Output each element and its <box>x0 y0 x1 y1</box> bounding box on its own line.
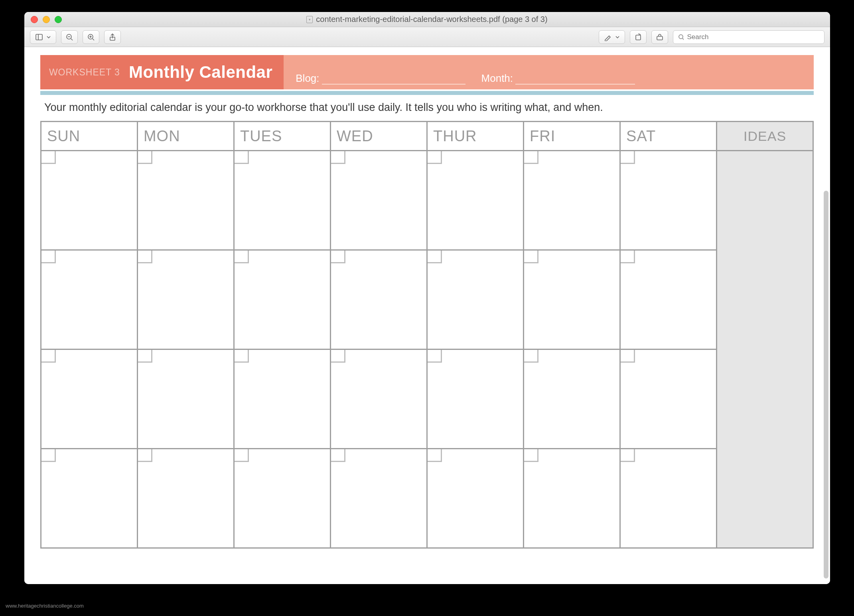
date-box <box>331 151 345 164</box>
calendar-day-cell <box>138 449 233 547</box>
date-box <box>428 151 442 164</box>
zoom-out-button[interactable] <box>61 30 78 44</box>
calendar-day-cell <box>524 350 619 448</box>
svg-line-3 <box>71 39 73 40</box>
date-box <box>524 151 538 164</box>
banner-left: WORKSHEET 3 Monthly Calendar <box>40 55 284 89</box>
minimize-window-button[interactable] <box>43 16 50 23</box>
month-field: Month: <box>481 72 635 85</box>
weekday-header: THUR <box>428 122 523 150</box>
date-box <box>138 151 152 164</box>
date-box <box>235 449 249 462</box>
date-box <box>331 350 345 363</box>
calendar-day-cell <box>235 251 330 349</box>
date-box <box>235 350 249 363</box>
svg-line-13 <box>682 38 684 40</box>
search-icon <box>678 34 684 40</box>
date-box <box>428 251 442 263</box>
calendar-day-cell <box>138 151 233 249</box>
calendar-day-cell <box>428 350 523 448</box>
calendar-day-cell <box>235 350 330 448</box>
calendar-day-cell <box>524 449 619 547</box>
date-box <box>41 449 56 462</box>
banner-right: Blog: Month: <box>284 55 814 89</box>
calendar-day-cell <box>138 350 233 448</box>
search-input[interactable] <box>687 33 819 41</box>
intro-text: Your monthly editorial calendar is your … <box>40 95 814 121</box>
pen-icon <box>604 33 612 41</box>
close-window-button[interactable] <box>31 16 38 23</box>
share-button[interactable] <box>104 30 121 44</box>
date-box <box>138 350 152 363</box>
ideas-column <box>717 151 813 547</box>
sidebar-icon <box>35 33 43 41</box>
blog-line <box>322 84 465 85</box>
date-box <box>331 449 345 462</box>
annotate-button[interactable] <box>599 30 625 44</box>
weekday-header: WED <box>331 122 426 150</box>
vertical-scrollbar[interactable] <box>824 191 828 578</box>
calendar-day-cell <box>331 151 426 249</box>
app-window: ▾ content-marketing-editorial-calendar-w… <box>24 12 830 584</box>
date-box <box>235 251 249 263</box>
markup-button[interactable] <box>651 30 668 44</box>
date-box <box>41 350 56 363</box>
svg-point-12 <box>679 35 683 39</box>
date-box <box>428 350 442 363</box>
calendar-day-cell <box>428 151 523 249</box>
calendar-day-cell <box>428 449 523 547</box>
calendar-day-cell <box>235 449 330 547</box>
titlebar: ▾ content-marketing-editorial-calendar-w… <box>24 12 830 27</box>
worksheet-title: Monthly Calendar <box>129 63 272 82</box>
blog-field: Blog: <box>296 72 465 85</box>
date-box <box>138 251 152 263</box>
sidebar-toggle-button[interactable] <box>30 30 56 44</box>
calendar-day-cell <box>41 151 137 249</box>
calendar-day-cell <box>41 350 137 448</box>
calendar-day-cell <box>621 449 716 547</box>
rotate-icon <box>634 33 642 41</box>
svg-rect-0 <box>36 34 42 40</box>
toolbar <box>24 27 830 47</box>
worksheet-label: WORKSHEET 3 <box>49 67 120 78</box>
date-box <box>41 151 56 164</box>
blog-label: Blog: <box>296 72 319 85</box>
date-box <box>138 449 152 462</box>
month-label: Month: <box>481 72 513 85</box>
search-field[interactable] <box>673 30 824 44</box>
calendar-day-cell <box>331 449 426 547</box>
rotate-button[interactable] <box>630 30 647 44</box>
zoom-out-icon <box>65 33 73 41</box>
weekday-header: SAT <box>621 122 716 150</box>
document-icon: ▾ <box>306 16 313 23</box>
date-box <box>428 449 442 462</box>
date-box <box>621 251 635 263</box>
chevron-down-icon <box>46 35 51 39</box>
chevron-down-icon <box>615 35 620 39</box>
calendar-day-cell <box>428 251 523 349</box>
toolbox-icon <box>656 33 664 41</box>
date-box <box>524 350 538 363</box>
date-box <box>331 251 345 263</box>
ideas-header: IDEAS <box>717 122 813 150</box>
accent-bar <box>40 91 814 95</box>
zoom-window-button[interactable] <box>55 16 62 23</box>
date-box <box>621 350 635 363</box>
weekday-header: SUN <box>41 122 137 150</box>
calendar-day-cell <box>331 350 426 448</box>
pdf-page: WORKSHEET 3 Monthly Calendar Blog: Month… <box>40 55 814 549</box>
svg-rect-11 <box>657 36 663 40</box>
calendar-day-cell <box>235 151 330 249</box>
window-controls <box>24 16 62 23</box>
month-line <box>515 84 635 85</box>
calendar-day-cell <box>41 449 137 547</box>
weekday-header: MON <box>138 122 233 150</box>
date-box <box>524 251 538 263</box>
calendar-day-cell <box>41 251 137 349</box>
document-viewport[interactable]: WORKSHEET 3 Monthly Calendar Blog: Month… <box>24 47 830 584</box>
calendar-grid: SUNMONTUESWEDTHURFRISATIDEAS <box>40 121 814 549</box>
calendar-day-cell <box>621 251 716 349</box>
date-box <box>524 449 538 462</box>
worksheet-banner: WORKSHEET 3 Monthly Calendar Blog: Month… <box>40 55 814 89</box>
zoom-in-button[interactable] <box>83 30 99 44</box>
